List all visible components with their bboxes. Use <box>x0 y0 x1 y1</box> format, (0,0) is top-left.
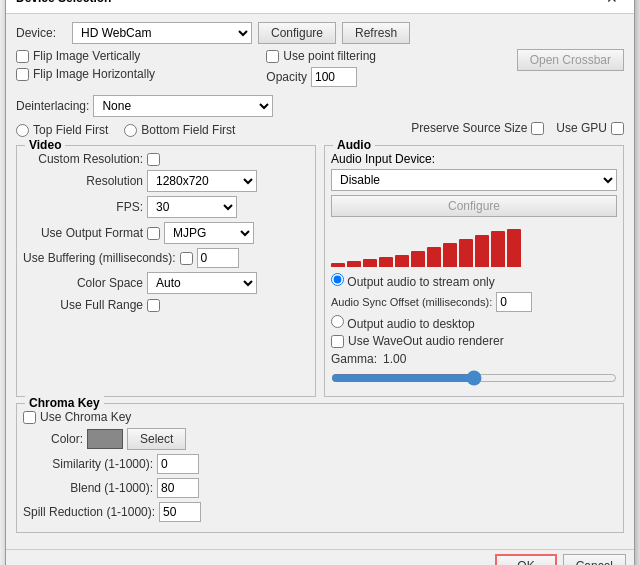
chroma-section: Chroma Key Use Chroma Key Color: Select … <box>16 403 624 533</box>
device-label: Device: <box>16 26 66 40</box>
video-section: Video Custom Resolution: Resolution 1280… <box>16 145 316 397</box>
sync-label: Audio Sync Offset (milliseconds): <box>331 296 492 308</box>
flip-horizontal-label: Flip Image Horizontally <box>33 67 155 81</box>
audio-device-select[interactable]: Disable <box>331 169 617 191</box>
custom-resolution-checkbox[interactable] <box>147 153 160 166</box>
use-chroma-checkbox[interactable] <box>23 411 36 424</box>
select-color-button[interactable]: Select <box>127 428 186 450</box>
spill-row: Spill Reduction (1-1000): <box>23 502 617 522</box>
top-field-radio-row: Top Field First <box>16 123 108 137</box>
bottom-field-radio-row: Bottom Field First <box>124 123 235 137</box>
chroma-content: Use Chroma Key Color: Select Similarity … <box>23 410 617 526</box>
flip-horizontal-row: Flip Image Horizontally <box>16 67 258 81</box>
fps-row: FPS: 30 <box>23 196 309 218</box>
device-select[interactable]: HD WebCam <box>72 22 252 44</box>
output-desktop-radio-row: Output audio to desktop <box>331 315 617 331</box>
output-stream-radio-row: Output audio to stream only <box>331 273 617 289</box>
buffering-row: Use Buffering (milliseconds): <box>23 248 309 268</box>
blend-label: Blend (1-1000): <box>23 481 153 495</box>
audio-bar <box>459 239 473 267</box>
audio-bar <box>395 255 409 267</box>
custom-resolution-row: Custom Resolution: <box>23 152 309 166</box>
audio-configure-button[interactable]: Configure <box>331 195 617 217</box>
ok-button[interactable]: OK <box>495 554 556 565</box>
preserve-label: Preserve Source Size <box>411 121 527 135</box>
color-space-select[interactable]: Auto <box>147 272 257 294</box>
deinterlacing-label: Deinterlacing: <box>16 99 89 113</box>
audio-section-label: Audio <box>333 138 375 152</box>
resolution-label: Resolution <box>23 174 143 188</box>
use-chroma-row: Use Chroma Key <box>23 410 617 424</box>
buffering-checkbox[interactable] <box>180 252 193 265</box>
video-section-label: Video <box>25 138 65 152</box>
flip-vertical-row: Flip Image Vertically <box>16 49 258 63</box>
use-gpu-checkbox[interactable] <box>611 122 624 135</box>
point-filtering-label: Use point filtering <box>283 49 376 63</box>
output-stream-radio[interactable] <box>331 273 344 286</box>
custom-resolution-label: Custom Resolution: <box>23 152 143 166</box>
dialog-title: Device Selection <box>16 0 111 5</box>
gamma-row: Gamma: 1.00 <box>331 352 617 366</box>
gamma-label: Gamma: <box>331 352 377 366</box>
output-stream-label: Output audio to stream only <box>347 275 494 289</box>
fps-label: FPS: <box>23 200 143 214</box>
audio-bar <box>379 257 393 267</box>
audio-bars <box>331 227 617 267</box>
similarity-input[interactable] <box>157 454 199 474</box>
blend-input[interactable] <box>157 478 199 498</box>
deinterlacing-select[interactable]: None <box>93 95 273 117</box>
preserve-checkbox[interactable] <box>531 122 544 135</box>
output-format-row: Use Output Format MJPG <box>23 222 309 244</box>
flip-vertical-checkbox[interactable] <box>16 50 29 63</box>
close-button[interactable]: ✕ <box>600 0 624 7</box>
opacity-input[interactable] <box>311 67 357 87</box>
bottom-field-radio[interactable] <box>124 124 137 137</box>
similarity-row: Similarity (1-1000): <box>23 454 617 474</box>
color-space-row: Color Space Auto <box>23 272 309 294</box>
output-format-checkbox[interactable] <box>147 227 160 240</box>
sync-row: Audio Sync Offset (milliseconds): <box>331 292 617 312</box>
color-space-label: Color Space <box>23 276 143 290</box>
cancel-button[interactable]: Cancel <box>563 554 626 565</box>
resolution-select[interactable]: 1280x720 <box>147 170 257 192</box>
buffering-input[interactable] <box>197 248 239 268</box>
buffering-label: Use Buffering (milliseconds): <box>23 251 176 265</box>
output-desktop-label: Output audio to desktop <box>347 317 474 331</box>
top-field-label: Top Field First <box>33 123 108 137</box>
flip-horizontal-checkbox[interactable] <box>16 68 29 81</box>
bottom-field-label: Bottom Field First <box>141 123 235 137</box>
full-range-checkbox[interactable] <box>147 299 160 312</box>
refresh-button[interactable]: Refresh <box>342 22 410 44</box>
field-row: Top Field First Bottom Field First Prese… <box>16 121 624 139</box>
audio-bar <box>331 263 345 267</box>
audio-input-label: Audio Input Device: <box>331 152 617 166</box>
gamma-value: 1.00 <box>383 352 406 366</box>
use-gpu-row: Use GPU <box>556 121 624 135</box>
flip-vertical-label: Flip Image Vertically <box>33 49 140 63</box>
point-filtering-checkbox[interactable] <box>266 50 279 63</box>
waveout-label: Use WaveOut audio renderer <box>348 334 504 348</box>
similarity-label: Similarity (1-1000): <box>23 457 153 471</box>
top-field-radio[interactable] <box>16 124 29 137</box>
output-format-select[interactable]: MJPG <box>164 222 254 244</box>
spill-label: Spill Reduction (1-1000): <box>23 505 155 519</box>
use-gpu-label: Use GPU <box>556 121 607 135</box>
dialog-window: Device Selection ✕ Device: HD WebCam Con… <box>5 0 635 565</box>
waveout-checkbox[interactable] <box>331 335 344 348</box>
open-crossbar-button[interactable]: Open Crossbar <box>517 49 624 71</box>
audio-bar <box>475 235 489 267</box>
output-desktop-radio[interactable] <box>331 315 344 328</box>
audio-bar <box>347 261 361 267</box>
sync-input[interactable] <box>496 292 532 312</box>
footer-buttons: OK Cancel <box>6 549 634 565</box>
opacity-row: Opacity <box>266 67 508 87</box>
fps-select[interactable]: 30 <box>147 196 237 218</box>
spill-input[interactable] <box>159 502 201 522</box>
color-label: Color: <box>23 432 83 446</box>
opacity-label: Opacity <box>266 70 307 84</box>
chroma-section-label: Chroma Key <box>25 396 104 410</box>
device-row: Device: HD WebCam Configure Refresh <box>16 22 624 44</box>
use-chroma-label: Use Chroma Key <box>40 410 131 424</box>
gamma-slider[interactable] <box>331 370 617 386</box>
configure-top-button[interactable]: Configure <box>258 22 336 44</box>
